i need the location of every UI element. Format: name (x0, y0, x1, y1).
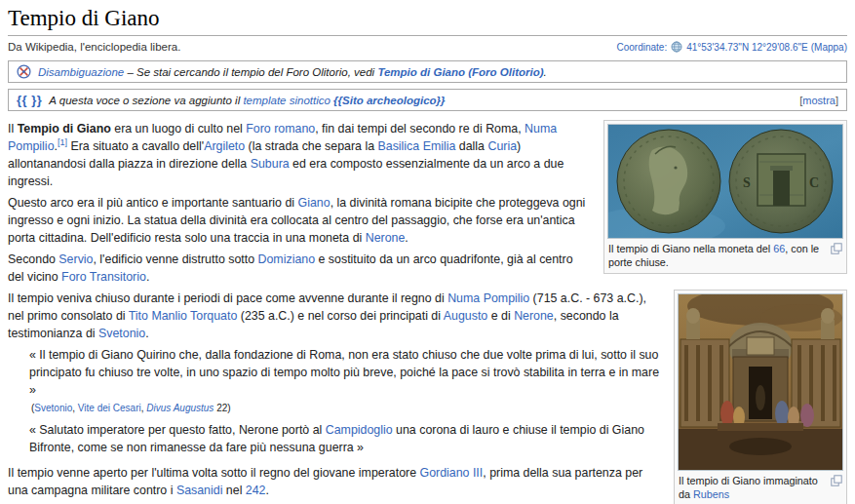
text-run: . (266, 484, 269, 497)
wiki-link[interactable]: Tempio di Giano (Foro Olitorio) (377, 66, 543, 78)
text-run: . (544, 66, 547, 78)
text-run: era un luogo di culto nel (111, 122, 246, 136)
wiki-link[interactable]: Gordiano III (420, 466, 484, 480)
wiki-link[interactable]: Giano (298, 196, 330, 210)
wiki-link[interactable]: Basilica Emilia (378, 139, 456, 153)
magnify-icon[interactable] (831, 243, 842, 258)
coin-caption-text: Il tempio di Giano nella moneta del 66, … (608, 243, 819, 268)
text-run: Il tempio venne aperto per l'ultima volt… (8, 466, 420, 480)
text-run: e di (487, 309, 514, 323)
text-run: 22) (214, 403, 230, 413)
map-link[interactable]: (Mappa) (811, 42, 847, 53)
wiki-link[interactable]: Foro romano (246, 122, 315, 136)
wiki-link[interactable]: Numa Pompilio (447, 291, 529, 305)
globe-icon (671, 41, 682, 53)
text-run: A questa voce o sezione va aggiunto il (49, 95, 243, 106)
coordinates-label: Coordinate: (616, 42, 667, 53)
wiki-link[interactable]: Sasanidi (176, 484, 223, 497)
text-run: Il tempio veniva chiuso durante i period… (8, 291, 447, 305)
wiki-link[interactable]: Argileto (204, 139, 245, 153)
wiki-link[interactable]: Subura (251, 157, 290, 171)
sinottico-banner: {{ }} A questa voce o sezione va aggiunt… (8, 89, 847, 111)
rubens-caption-text: Il tempio di Giano immaginato da Rubens (679, 475, 818, 500)
text-run: « Il tempio di Giano Quirino che, dalla … (29, 348, 659, 397)
template-braces-icon: {{ }} (17, 93, 42, 107)
disambiguation-banner: Disambiguazione – Se stai cercando il te… (8, 60, 847, 83)
wiki-link[interactable]: Disambiguazione (38, 66, 124, 78)
wiki-link[interactable]: Tito Manlio Torquato (129, 309, 238, 323)
page-title: Tempio di Giano (8, 5, 847, 36)
mostra-toggle[interactable]: [mostra] (799, 95, 838, 106)
wiki-link[interactable]: Nerone (366, 231, 406, 245)
wiki-link[interactable]: Divus Augustus (146, 403, 214, 413)
wiki-link[interactable]: {{Sito archeologico}} (333, 95, 445, 106)
coin-image[interactable]: S C (607, 124, 843, 239)
wiki-link[interactable]: 66 (773, 243, 785, 254)
wiki-link[interactable]: Svetonio (98, 327, 145, 340)
article-body: S C Il tempio di Giano nella moneta del … (8, 120, 847, 504)
wiki-link[interactable]: [1] (58, 137, 67, 147)
text-run: dalla (455, 139, 487, 153)
text-run: nel (222, 484, 245, 497)
text-run: (la strada che separa la (245, 139, 377, 153)
wiki-link[interactable]: Vite dei Cesari (78, 403, 141, 413)
rubens-figure: Il tempio di Giano immaginato da Rubens (674, 290, 847, 504)
wiki-link[interactable]: mostra (802, 95, 836, 106)
text-run: « Salutato imperatore per questo fatto, … (29, 423, 326, 437)
wiki-link[interactable]: Svetonio (34, 403, 72, 413)
text-run: . (405, 231, 408, 245)
wiki-link[interactable]: Rubens (693, 488, 729, 500)
wiki-link[interactable]: Curia (487, 139, 517, 153)
text-run: (235 a.C.) e nel corso dei principati di (237, 309, 443, 323)
text-run: . (145, 327, 148, 340)
text-run: Il (8, 122, 18, 136)
coordinates-link[interactable]: 41°53'34.73"N 12°29'08.6"E (686, 42, 808, 53)
text-run: Il tempio di Giano nella moneta del (608, 243, 773, 254)
wiki-link[interactable]: Campidoglio (326, 423, 393, 437)
coin-caption: Il tempio di Giano nella moneta del 66, … (607, 239, 843, 270)
coin-figure: S C Il tempio di Giano nella moneta del … (603, 120, 847, 274)
wiki-link[interactable]: Domiziano (258, 252, 316, 266)
wiki-link[interactable]: 242 (246, 484, 266, 497)
svg-text:C: C (809, 175, 819, 190)
text-run: Era situato a cavallo dell' (67, 139, 204, 153)
wiki-link[interactable]: Servio (58, 252, 93, 266)
wiki-link[interactable]: template sinottico (243, 95, 330, 106)
wiki-link[interactable]: Foro Transitorio (61, 270, 146, 284)
sinottico-text: A questa voce o sezione va aggiunto il t… (49, 95, 445, 106)
text-run: Questo arco era il più antico e importan… (8, 196, 298, 210)
article-page: Tempio di Giano Da Wikipedia, l'enciclop… (0, 0, 855, 504)
wiki-link[interactable]: Nerone (514, 309, 554, 323)
site-tagline: Da Wikipedia, l'enciclopedia libera. (8, 41, 180, 53)
text-run: ] (836, 95, 838, 106)
meta-row: Da Wikipedia, l'enciclopedia libera. Coo… (8, 41, 847, 53)
text-run: – Se stai cercando il tempio del Foro Ol… (124, 66, 377, 78)
disambiguation-text: Disambiguazione – Se stai cercando il te… (38, 66, 547, 78)
rubens-image[interactable] (678, 293, 843, 471)
text-run: , l'edificio venne distrutto sotto (93, 252, 257, 266)
text-run: . (146, 270, 149, 284)
text-run: , fin dai tempi del secondo re di Roma, (315, 122, 525, 136)
text-run: Secondo (8, 252, 58, 266)
coordinates-bar: Coordinate: 41°53'34.73"N 12°29'08.6"E (… (616, 41, 847, 53)
disambiguation-icon (17, 64, 31, 79)
svg-text:S: S (743, 175, 751, 190)
text-run: Tempio di Giano (18, 122, 111, 136)
rubens-caption: Il tempio di Giano immaginato da Rubens (678, 471, 843, 502)
wiki-link[interactable]: Augusto (444, 309, 487, 323)
magnify-icon[interactable] (831, 475, 842, 490)
